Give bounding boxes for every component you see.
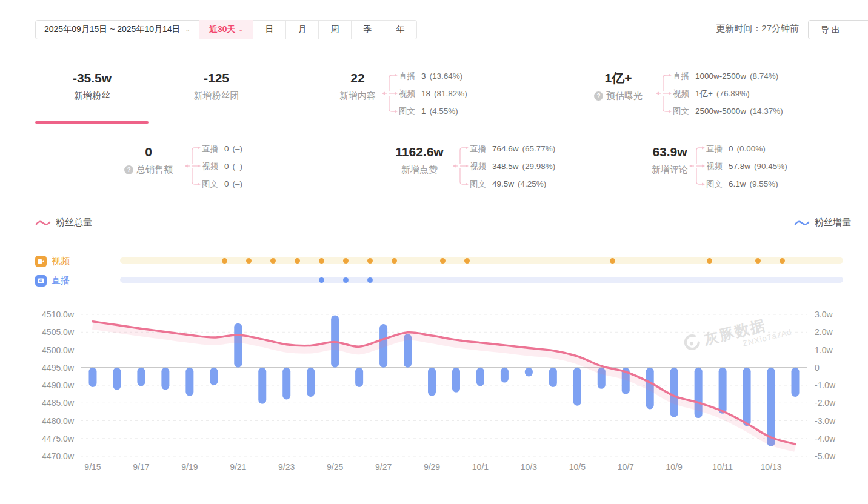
video-marker-dot[interactable] <box>319 258 324 264</box>
pink-wave-icon <box>35 219 51 227</box>
left-axis-tick: 4510.0w <box>42 310 75 319</box>
quick-range-last30days[interactable]: 近30天 ⌄ <box>199 20 253 39</box>
left-axis-tick: 4485.0w <box>42 398 75 408</box>
fan-increment-bar[interactable] <box>501 368 509 383</box>
breakdown-value: 57.8w <box>729 162 750 171</box>
video-marker-dot[interactable] <box>270 258 276 264</box>
stat-card-new-fans[interactable]: -35.5w 新增粉丝 <box>35 70 149 102</box>
help-icon[interactable]: ? <box>594 91 603 101</box>
breakdown-name: 视频 <box>399 89 415 98</box>
breakdown-pct: (9.55%) <box>750 179 778 188</box>
fan-increment-bar[interactable] <box>549 368 557 387</box>
stat-label: 预估曝光 <box>606 90 643 102</box>
fan-increment-bar[interactable] <box>161 368 169 390</box>
stat-card-total-sales[interactable]: 0 ?总销售额 <box>100 144 197 176</box>
breakdown-name: 直播 <box>673 71 689 81</box>
right-axis-tick: 3.0w <box>815 310 833 319</box>
video-marker-dot[interactable] <box>392 258 397 264</box>
tab-quarter[interactable]: 季 <box>352 20 384 39</box>
fan-increment-bar[interactable] <box>210 368 218 385</box>
video-marker-dot[interactable] <box>222 258 227 264</box>
video-marker-dot[interactable] <box>246 258 252 264</box>
live-marker-dot[interactable] <box>319 277 324 283</box>
fan-increment-bar[interactable] <box>428 368 436 396</box>
fan-increment-bar[interactable] <box>719 368 727 414</box>
breakdown-pct: (29.98%) <box>522 162 556 171</box>
video-marker-dot[interactable] <box>755 258 761 264</box>
fan-increment-bar[interactable] <box>88 368 96 387</box>
live-marker-dot[interactable] <box>367 277 373 283</box>
fan-increment-bar[interactable] <box>792 368 800 397</box>
breakdown-row: 图文0(–) <box>202 175 242 193</box>
fan-increment-bar[interactable] <box>670 368 678 417</box>
video-timeline-track <box>120 257 843 264</box>
fan-increment-bar[interactable] <box>767 368 775 446</box>
update-time-text: 更新时间：27分钟前 <box>716 23 799 35</box>
breakdown-value: 6.1w <box>729 179 746 188</box>
quick-range-label: 近30天 <box>209 24 236 35</box>
breakdown-row: 视频1亿+(76.89%) <box>673 85 783 102</box>
breakdown-value: 0 <box>224 162 229 171</box>
fan-increment-bar[interactable] <box>282 368 290 400</box>
fan-increment-bar[interactable] <box>573 368 581 406</box>
fan-analytics-dashboard: 2025年09月15日 ~ 2025年10月14日 ⌄ 近30天 ⌄ 日 月 周… <box>0 0 868 504</box>
video-marker-dot[interactable] <box>610 258 615 264</box>
tab-month[interactable]: 月 <box>286 20 319 39</box>
legend-fans-total[interactable]: 粉丝总量 <box>35 217 92 228</box>
video-marker-dot[interactable] <box>707 258 712 264</box>
fan-increment-bar[interactable] <box>234 323 242 368</box>
video-marker-dot[interactable] <box>464 258 470 264</box>
video-marker-dot[interactable] <box>367 258 373 264</box>
stat-label: 新增粉丝团 <box>159 90 273 102</box>
timeline-row-live: 直播 <box>35 274 70 287</box>
video-marker-dot[interactable] <box>295 258 300 264</box>
tab-week[interactable]: 周 <box>319 20 352 39</box>
date-range-text: 2025年09月15日 ~ 2025年10月14日 <box>44 24 181 35</box>
right-axis-tick: 0 <box>815 363 820 373</box>
x-axis-tick: 9/15 <box>84 462 101 472</box>
left-axis-tick: 4480.0w <box>42 416 75 426</box>
video-marker-dot[interactable] <box>780 258 785 264</box>
fan-increment-bar[interactable] <box>307 368 315 397</box>
fan-increment-bar[interactable] <box>113 368 121 390</box>
x-axis-tick: 9/21 <box>230 462 246 472</box>
tab-day[interactable]: 日 <box>253 20 286 39</box>
export-button[interactable]: 导出 <box>808 20 868 39</box>
fan-increment-bar[interactable] <box>525 368 533 377</box>
fan-increment-bar[interactable] <box>185 368 193 396</box>
video-marker-dot[interactable] <box>343 258 349 264</box>
right-axis-tick: 2.0w <box>815 327 833 337</box>
fan-increment-bar[interactable] <box>476 368 484 386</box>
legend-fans-increment[interactable]: 粉丝增量 <box>794 217 851 228</box>
breakdown-new-likes: 直播764.6w(65.77%) 视频348.5w(29.98%) 图文49.5… <box>452 139 555 193</box>
fan-increment-bar[interactable] <box>258 368 266 404</box>
fan-increment-bar[interactable] <box>452 368 460 393</box>
help-icon[interactable]: ? <box>124 165 133 174</box>
left-axis-tick: 4490.0w <box>42 380 75 390</box>
x-axis-tick: 10/5 <box>569 462 586 472</box>
breakdown-value: 49.5w <box>492 179 514 188</box>
fan-increment-bar[interactable] <box>743 368 751 426</box>
x-axis-tick: 10/13 <box>761 462 782 472</box>
period-tabs: 日 月 周 季 年 <box>253 20 417 39</box>
breakdown-row: 视频348.5w(29.98%) <box>470 158 555 175</box>
breakdown-value: 0 <box>729 144 733 153</box>
stat-label: 总销售额 <box>136 164 173 176</box>
breakdown-value: 2500w-5000w <box>695 107 746 116</box>
fan-increment-bar[interactable] <box>137 368 145 386</box>
tab-year[interactable]: 年 <box>384 20 417 39</box>
fans-trend-chart[interactable]: 4510.0w3.0w4505.0w2.0w4500.0w1.0w4495.0w… <box>0 302 868 489</box>
right-axis-tick: -1.0w <box>815 380 836 390</box>
breakdown-pct: (76.89%) <box>716 89 750 98</box>
date-range-selector[interactable]: 2025年09月15日 ~ 2025年10月14日 ⌄ <box>35 20 199 39</box>
breakdown-bracket-icon <box>655 67 673 120</box>
stat-card-new-fanclub[interactable]: -125 新增粉丝团 <box>159 70 273 102</box>
timeline-row-video: 视频 <box>35 255 70 267</box>
fan-increment-bar[interactable] <box>355 368 363 387</box>
live-marker-dot[interactable] <box>343 277 349 283</box>
video-marker-dot[interactable] <box>440 258 446 264</box>
breakdown-pct: (–) <box>233 179 243 188</box>
toolbar: 2025年09月15日 ~ 2025年10月14日 ⌄ 近30天 ⌄ 日 月 周… <box>35 20 417 39</box>
stat-card-estimated-exposure[interactable]: 1亿+ ?预估曝光 <box>570 70 667 102</box>
stat-value: 0 <box>100 144 197 160</box>
